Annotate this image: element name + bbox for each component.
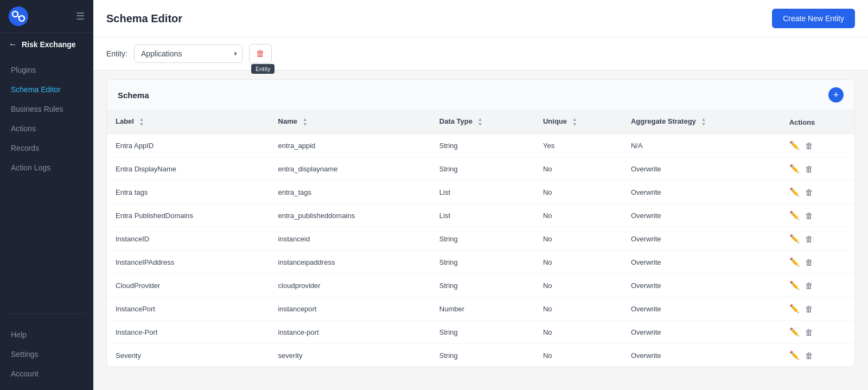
sort-icon-data-type[interactable]: ▲▼ [478,117,483,127]
sidebar: ☰ ← Risk Exchange Plugins Schema Editor … [0,0,93,390]
cell-unique: No [534,274,622,297]
trash-icon: 🗑 [256,49,265,59]
edit-icon[interactable]: ✏️ [789,257,800,267]
cell-data-type: String [431,274,534,297]
cell-data-type: String [431,251,534,274]
cell-data-type: Number [431,297,534,321]
edit-icon[interactable]: ✏️ [789,140,800,150]
entity-label: Entity: [106,49,127,58]
edit-icon[interactable]: ✏️ [789,210,800,220]
cell-label: Severity [107,344,270,367]
cell-name: entra_displayname [270,157,431,181]
cell-name: instanceport [270,297,431,321]
column-header-aggregate-strategy: Aggregate Strategy ▲▼ [622,111,781,134]
cell-unique: No [534,157,622,181]
cell-name: severity [270,344,431,367]
sidebar-item-help[interactable]: Help [0,325,93,344]
cell-actions: ✏️ 🗑 [781,297,854,321]
schema-header: Schema + [107,80,854,111]
back-to-main[interactable]: ← Risk Exchange [0,33,93,56]
cell-actions: ✏️ 🗑 [781,157,854,181]
sidebar-header: ☰ [0,0,93,33]
cell-data-type: String [431,157,534,181]
sort-icon-unique[interactable]: ▲▼ [572,117,577,127]
cell-label: Instance-Port [107,321,270,344]
cell-label: Entra PublishedDomains [107,204,270,227]
entity-bar: Entity: Applications ▾ Entity 🗑 [93,37,868,71]
sidebar-item-settings[interactable]: Settings [0,344,93,364]
sort-icon-label[interactable]: ▲▼ [139,117,144,127]
cell-aggregate-strategy: Overwrite [622,251,781,274]
sort-icon-name[interactable]: ▲▼ [303,117,308,127]
cell-name: instanceid [270,227,431,251]
sidebar-item-account[interactable]: Account [0,364,93,383]
table-row: Entra PublishedDomains entra_publisheddo… [107,204,854,227]
sidebar-item-schema-editor[interactable]: Schema Editor [0,80,93,99]
edit-icon[interactable]: ✏️ [789,164,800,174]
cell-data-type: String [431,344,534,367]
edit-icon[interactable]: ✏️ [789,280,800,290]
cell-unique: No [534,227,622,251]
cell-label: CloudProvider [107,274,270,297]
delete-row-icon[interactable]: 🗑 [805,281,813,290]
table-row: Instance-Port instance-port String No Ov… [107,321,854,344]
cell-data-type: String [431,321,534,344]
sidebar-nav: Plugins Schema Editor Business Rules Act… [0,56,93,309]
delete-row-icon[interactable]: 🗑 [805,164,813,174]
delete-entity-button[interactable]: 🗑 [249,44,272,63]
page-title: Schema Editor [106,12,182,25]
cell-label: Entra tags [107,181,270,204]
cell-actions: ✏️ 🗑 [781,344,854,367]
cell-unique: No [534,181,622,204]
cell-actions: ✏️ 🗑 [781,204,854,227]
schema-card: Schema + Label ▲▼ Name ▲▼ [106,79,855,367]
main-content: Schema Editor Create New Entity Entity: … [93,0,868,390]
table-row: CloudProvider cloudprovider String No Ov… [107,274,854,297]
column-header-data-type: Data Type ▲▼ [431,111,534,134]
column-header-actions: Actions [781,111,854,134]
cell-label: InstanceIPAddress [107,251,270,274]
cell-label: Entra AppID [107,134,270,157]
sort-icon-aggregate-strategy[interactable]: ▲▼ [701,117,706,127]
entity-select[interactable]: Applications [134,44,242,63]
schema-title: Schema [118,91,149,100]
topbar: Schema Editor Create New Entity [93,0,868,37]
edit-icon[interactable]: ✏️ [789,234,800,244]
add-field-button[interactable]: + [828,87,844,103]
cell-label: InstanceID [107,227,270,251]
edit-icon[interactable]: ✏️ [789,187,800,197]
sidebar-item-business-rules[interactable]: Business Rules [0,99,93,119]
table-row: Entra DisplayName entra_displayname Stri… [107,157,854,181]
edit-icon[interactable]: ✏️ [789,350,800,360]
cell-actions: ✏️ 🗑 [781,274,854,297]
sidebar-item-plugins[interactable]: Plugins [0,60,93,80]
sidebar-item-action-logs[interactable]: Action Logs [0,158,93,177]
cell-aggregate-strategy: Overwrite [622,157,781,181]
delete-row-icon[interactable]: 🗑 [805,234,813,244]
delete-row-icon[interactable]: 🗑 [805,304,813,314]
delete-row-icon[interactable]: 🗑 [805,188,813,197]
edit-icon[interactable]: ✏️ [789,304,800,314]
cell-actions: ✏️ 🗑 [781,181,854,204]
delete-row-icon[interactable]: 🗑 [805,141,813,150]
sidebar-item-records[interactable]: Records [0,138,93,158]
column-header-label: Label ▲▼ [107,111,270,134]
delete-row-icon[interactable]: 🗑 [805,351,813,360]
column-header-name: Name ▲▼ [270,111,431,134]
schema-table: Label ▲▼ Name ▲▼ Data Type ▲▼ Unique [107,111,854,367]
menu-icon[interactable]: ☰ [76,10,85,22]
delete-row-icon[interactable]: 🗑 [805,211,813,220]
create-new-entity-button[interactable]: Create New Entity [772,9,855,28]
cell-aggregate-strategy: Overwrite [622,274,781,297]
delete-row-icon[interactable]: 🗑 [805,328,813,337]
cell-unique: No [534,251,622,274]
edit-icon[interactable]: ✏️ [789,327,800,337]
sidebar-item-actions[interactable]: Actions [0,119,93,138]
cell-data-type: String [431,227,534,251]
table-row: Entra AppID entra_appid String Yes N/A ✏… [107,134,854,157]
cell-actions: ✏️ 🗑 [781,227,854,251]
cell-aggregate-strategy: N/A [622,134,781,157]
sidebar-bottom: Help Settings Account [0,318,93,390]
delete-row-icon[interactable]: 🗑 [805,258,813,267]
entity-tooltip: Entity [251,64,275,74]
